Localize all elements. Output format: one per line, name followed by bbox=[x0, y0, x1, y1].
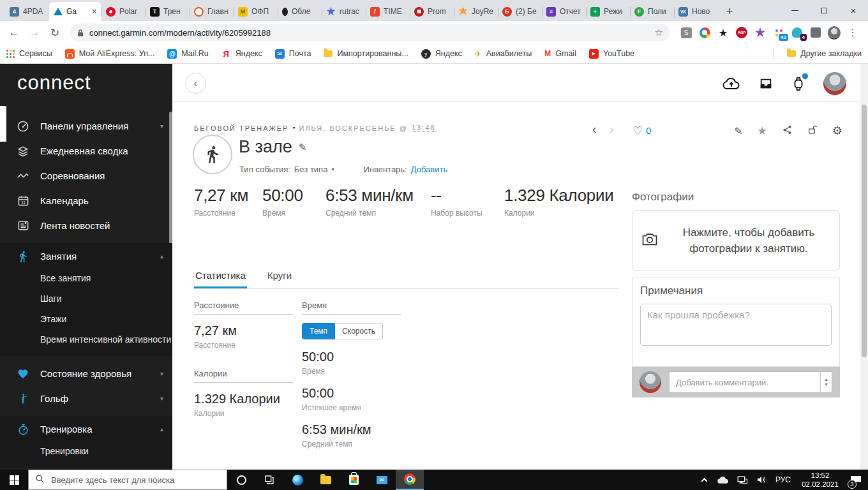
sidebar-subitem-workouts[interactable]: Тренировки bbox=[0, 441, 172, 461]
add-photos-box[interactable]: Нажмите, чтобы добавить фотографии к зан… bbox=[632, 210, 840, 271]
star-extension-icon[interactable]: ★ bbox=[717, 26, 730, 39]
sidebar-item-newsfeed[interactable]: Лента новостей bbox=[0, 213, 172, 238]
bookmark-services[interactable]: Сервисы bbox=[6, 49, 52, 58]
taskbar-search-input[interactable] bbox=[51, 475, 220, 485]
sidebar-item-competitions[interactable]: Соревнования bbox=[0, 163, 172, 188]
onedrive-cloud-icon[interactable] bbox=[715, 470, 731, 490]
window-maximize-button[interactable] bbox=[809, 0, 839, 21]
browser-tab[interactable]: Prom bbox=[410, 2, 454, 21]
browser-tab[interactable]: /TIME bbox=[366, 2, 410, 21]
sidebar-item-health[interactable]: Состояние здоровья ▾ bbox=[0, 361, 172, 386]
sidebar-item-daily-summary[interactable]: Ежедневная сводка bbox=[0, 138, 172, 163]
prev-activity-icon[interactable]: ‹ bbox=[592, 122, 597, 137]
toggle-pace-button[interactable]: Темп bbox=[302, 323, 335, 339]
bookmark-gmail[interactable]: MGmail bbox=[544, 49, 576, 58]
spin-down-icon[interactable]: ▼ bbox=[824, 382, 828, 387]
comment-spinner[interactable]: ▲ ▼ bbox=[820, 371, 832, 393]
new-tab-button[interactable]: + bbox=[721, 3, 738, 20]
chevron-down-icon[interactable]: ▾ bbox=[292, 125, 295, 131]
upload-cloud-icon[interactable] bbox=[722, 77, 740, 91]
inventory-add-link[interactable]: Добавить bbox=[411, 165, 447, 174]
tab-laps[interactable]: Круги bbox=[266, 266, 293, 288]
url-input[interactable] bbox=[89, 28, 650, 38]
browser-tab[interactable]: ≡Отчет bbox=[542, 2, 586, 21]
cortana-button[interactable] bbox=[227, 470, 255, 490]
next-activity-icon[interactable]: › bbox=[610, 122, 614, 137]
edge-button[interactable] bbox=[283, 470, 311, 490]
bookmark-yandex2[interactable]: yЯндекс bbox=[421, 49, 462, 59]
browser-tab-active[interactable]: Ga× bbox=[49, 2, 101, 21]
browser-tab[interactable]: 44PDA bbox=[5, 2, 49, 21]
event-type-value[interactable]: Без типа bbox=[294, 165, 328, 174]
spin-up-icon[interactable]: ▲ bbox=[824, 377, 828, 382]
sidebar-subitem-floors[interactable]: Этажи bbox=[0, 309, 172, 329]
likes[interactable]: ♡ 0 bbox=[632, 125, 651, 137]
browser-tab[interactable]: Обле bbox=[278, 2, 322, 21]
padlock-icon[interactable] bbox=[77, 29, 84, 37]
browser-tab[interactable]: JoyRe bbox=[454, 2, 498, 21]
privacy-lock-icon[interactable] bbox=[807, 124, 818, 138]
connect-logo[interactable]: connect bbox=[17, 71, 91, 94]
sidebar-item-training[interactable]: Тренировка ▴ bbox=[0, 417, 172, 441]
window-minimize-button[interactable] bbox=[780, 0, 809, 21]
colorstar-extension-icon[interactable] bbox=[754, 26, 767, 39]
browser-tab[interactable]: Главн bbox=[190, 2, 234, 21]
reload-button[interactable]: ↻ bbox=[46, 24, 64, 41]
favorite-star-icon[interactable]: ★ bbox=[758, 124, 767, 138]
mail-button[interactable]: ✉ bbox=[368, 470, 396, 490]
browser-tab[interactable]: Б(2) Бе bbox=[498, 2, 542, 21]
comment-input[interactable] bbox=[670, 378, 820, 387]
browser-tab[interactable]: Polar bbox=[101, 2, 146, 21]
task-view-button[interactable] bbox=[255, 470, 283, 490]
tab-statistics[interactable]: Статистика bbox=[194, 266, 247, 288]
edit-pencil-icon[interactable]: ✎ bbox=[734, 125, 742, 137]
close-tab-icon[interactable]: × bbox=[92, 6, 97, 17]
edit-title-pencil-icon[interactable]: ✎ bbox=[299, 142, 307, 153]
bookmark-aliexpress[interactable]: Мой AliExpress: Уп... bbox=[65, 49, 155, 59]
file-explorer-button[interactable] bbox=[311, 470, 340, 490]
bookmark-mailru[interactable]: @Mail.Ru bbox=[167, 49, 208, 59]
user-avatar[interactable] bbox=[823, 72, 846, 95]
browser-menu-icon[interactable]: ⋮ bbox=[846, 26, 859, 39]
sidebar-item-golf[interactable]: Гольф ▾ bbox=[0, 386, 172, 411]
page-scrollbar[interactable] bbox=[860, 64, 868, 470]
hidden-icons-button[interactable] bbox=[696, 470, 712, 490]
browser-tab[interactable]: TТрен bbox=[146, 2, 190, 21]
bookmark-star-icon[interactable]: ☆ bbox=[655, 27, 663, 38]
device-watch-icon[interactable] bbox=[791, 75, 805, 92]
browser-tab[interactable]: VKНово bbox=[674, 2, 718, 21]
profile-avatar[interactable] bbox=[828, 26, 841, 39]
browser-tab[interactable]: rutrac bbox=[322, 2, 366, 21]
bookmark-yandex[interactable]: ЯЯндекс bbox=[221, 49, 262, 59]
browser-tab[interactable]: FПоли bbox=[630, 2, 674, 21]
sidebar-subitem-steps[interactable]: Шаги bbox=[0, 288, 172, 309]
activity-time[interactable]: 13:48 bbox=[412, 124, 436, 132]
page-back-button[interactable]: ‹ bbox=[185, 73, 206, 94]
activity-type-label[interactable]: БЕГОВОЙ ТРЕНАЖЕР bbox=[194, 124, 288, 132]
page-scrollbar-thumb[interactable] bbox=[862, 105, 867, 357]
sidebar-item-calendar[interactable]: 31 Календарь bbox=[0, 188, 172, 213]
start-button[interactable] bbox=[0, 470, 28, 490]
address-bar[interactable]: ☆ bbox=[70, 24, 670, 41]
bookmark-youtube[interactable]: ▶YouTube bbox=[589, 49, 634, 59]
language-indicator[interactable]: РУС bbox=[772, 470, 794, 490]
bookmark-avia[interactable]: ✈Авиабилеты bbox=[475, 49, 532, 59]
bookmark-pochta[interactable]: ✉Почта bbox=[275, 49, 311, 59]
webstore-icon[interactable] bbox=[698, 26, 711, 39]
browser-tab[interactable]: MОФП bbox=[234, 2, 278, 21]
back-button[interactable]: ← bbox=[5, 24, 23, 41]
ghost-extension-icon[interactable]: 4 bbox=[791, 26, 804, 39]
network-icon[interactable] bbox=[734, 470, 751, 490]
toggle-speed-button[interactable]: Скорость bbox=[335, 323, 383, 339]
taskbar-clock[interactable]: 13:52 02.02.2021 bbox=[797, 471, 844, 489]
tasks-extension-icon[interactable]: 42 bbox=[772, 26, 785, 39]
window-close-button[interactable]: × bbox=[839, 0, 868, 21]
sidebar-item-dashboards[interactable]: Панели управления ▾ bbox=[0, 114, 172, 138]
taskbar-search[interactable] bbox=[28, 470, 227, 490]
bookmark-imported[interactable]: Импортированны... bbox=[324, 49, 408, 58]
browser-tab[interactable]: +Режи bbox=[586, 2, 630, 21]
share-icon[interactable] bbox=[782, 124, 793, 138]
other-bookmarks[interactable]: Другие закладки bbox=[787, 49, 862, 58]
chevron-down-icon[interactable]: ▾ bbox=[331, 167, 334, 172]
sidebar-subitem-all-activities[interactable]: Все занятия bbox=[0, 268, 172, 288]
